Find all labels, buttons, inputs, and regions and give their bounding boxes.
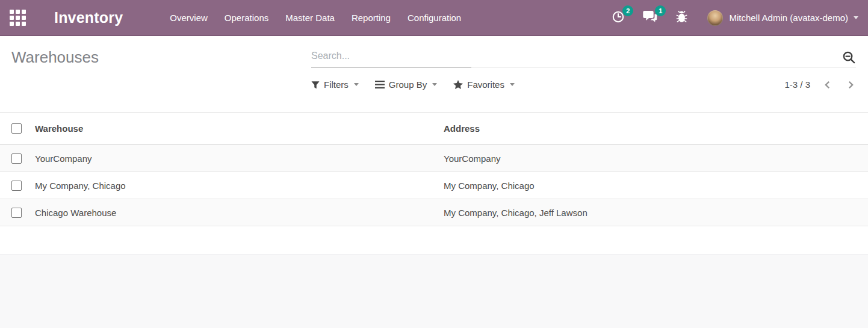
chevron-right-icon	[846, 82, 855, 91]
select-all-cell	[0, 113, 24, 145]
row-checkbox[interactable]	[11, 153, 22, 164]
cell-warehouse[interactable]: YourCompany	[24, 145, 433, 172]
pager-range[interactable]: 1-3 / 3	[784, 79, 810, 90]
table-header-row: Warehouse Address	[0, 113, 868, 145]
group-by-lines-icon	[375, 81, 385, 88]
favorites-label: Favorites	[467, 79, 504, 90]
search-bar	[311, 45, 856, 67]
favorites-dropdown[interactable]: Favorites	[453, 79, 515, 90]
caret-down-icon	[510, 83, 515, 86]
cell-address[interactable]: My Company, Chicago, Jeff Lawson	[433, 199, 868, 226]
row-checkbox[interactable]	[11, 181, 22, 191]
user-menu[interactable]: Mitchell Admin (avatax-demo)	[707, 10, 858, 26]
filters-dropdown[interactable]: Filters	[311, 79, 359, 90]
search-input[interactable]	[311, 45, 471, 67]
filter-toolbar: Filters Group By Favorites	[311, 79, 531, 90]
funnel-icon	[311, 81, 320, 89]
menu-item-configuration[interactable]: Configuration	[399, 0, 470, 36]
pager: 1-3 / 3	[784, 79, 855, 90]
cell-warehouse[interactable]: My Company, Chicago	[24, 172, 433, 199]
row-checkbox-cell	[0, 172, 24, 199]
star-icon	[453, 80, 463, 89]
row-checkbox[interactable]	[11, 208, 22, 218]
column-header-warehouse[interactable]: Warehouse	[24, 113, 433, 145]
menu-item-reporting[interactable]: Reporting	[343, 0, 399, 36]
systray: 2 1	[612, 10, 868, 26]
menu-item-operations[interactable]: Operations	[216, 0, 277, 36]
warehouse-table-body: YourCompany YourCompany My Company, Chic…	[0, 145, 868, 226]
pager-next-button[interactable]	[846, 81, 855, 89]
caret-down-icon	[432, 83, 437, 86]
search-icon[interactable]	[842, 51, 856, 64]
apps-grid-icon[interactable]	[10, 10, 26, 26]
menu-item-master-data[interactable]: Master Data	[277, 0, 343, 36]
pager-previous-button[interactable]	[823, 81, 832, 89]
menu-item-overview[interactable]: Overview	[161, 0, 216, 36]
page: Inventory Overview Operations Master Dat…	[0, 0, 868, 328]
debug-button[interactable]	[675, 10, 688, 26]
row-checkbox-cell	[0, 199, 24, 226]
caret-down-icon	[354, 83, 359, 86]
group-by-dropdown[interactable]: Group By	[375, 79, 437, 90]
row-checkbox-cell	[0, 145, 24, 172]
main-content: Warehouses Filters	[0, 36, 868, 255]
warehouses-table: Warehouse Address YourCompany YourCompan…	[0, 112, 868, 226]
caret-down-icon	[854, 16, 858, 19]
app-title[interactable]: Inventory	[54, 9, 123, 26]
control-panel: Warehouses Filters	[0, 36, 868, 112]
table-row[interactable]: Chicago Warehouse My Company, Chicago, J…	[0, 199, 868, 226]
user-name: Mitchell Admin (avatax-demo)	[729, 13, 848, 23]
cell-warehouse[interactable]: Chicago Warehouse	[24, 199, 433, 226]
bug-icon	[675, 10, 688, 26]
column-header-address[interactable]: Address	[433, 113, 868, 145]
chevron-left-icon	[823, 82, 832, 91]
select-all-checkbox[interactable]	[11, 123, 22, 134]
page-title: Warehouses	[11, 48, 99, 67]
filters-label: Filters	[324, 79, 349, 90]
table-row[interactable]: My Company, Chicago My Company, Chicago	[0, 172, 868, 199]
user-avatar	[707, 10, 723, 26]
cell-address[interactable]: YourCompany	[433, 145, 868, 172]
table-row[interactable]: YourCompany YourCompany	[0, 145, 868, 172]
group-by-label: Group By	[389, 79, 427, 90]
top-navbar: Inventory Overview Operations Master Dat…	[0, 0, 868, 36]
activities-button[interactable]: 2	[612, 10, 625, 26]
cell-address[interactable]: My Company, Chicago	[433, 172, 868, 199]
main-menu: Overview Operations Master Data Reportin…	[161, 0, 470, 36]
messages-badge: 1	[655, 5, 666, 16]
messages-button[interactable]: 1	[643, 10, 657, 26]
activities-badge: 2	[622, 5, 633, 16]
